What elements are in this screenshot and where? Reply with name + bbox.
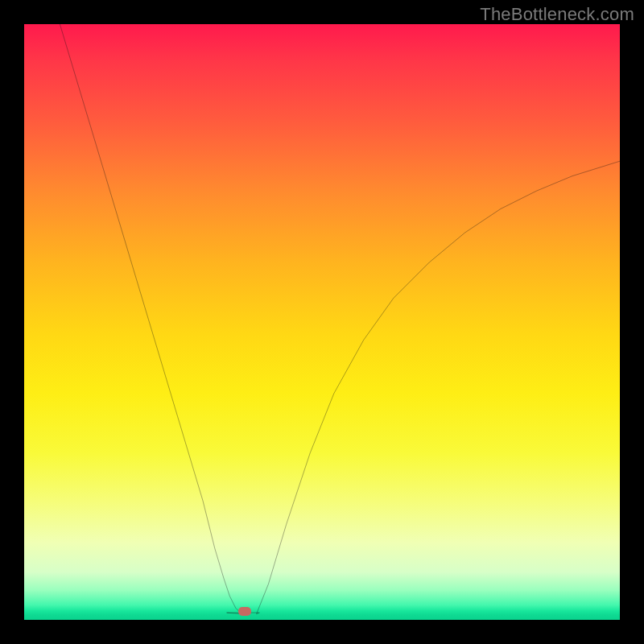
optimal-point-marker: [238, 607, 251, 616]
chart-frame: TheBottleneck.com: [0, 0, 644, 644]
curve-svg: [24, 24, 620, 620]
watermark-text: TheBottleneck.com: [480, 4, 634, 25]
bottleneck-curve: [60, 24, 620, 614]
chart-plot-area: [24, 24, 620, 620]
